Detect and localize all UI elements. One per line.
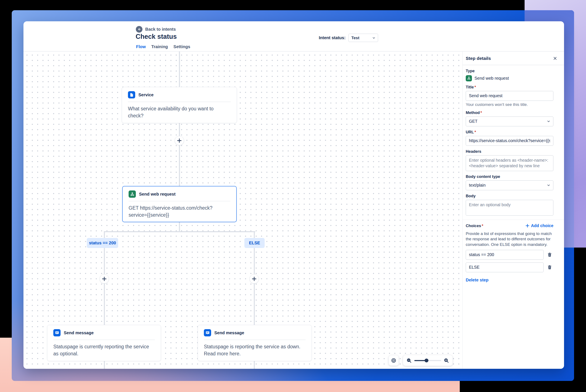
delete-choice-button[interactable] (547, 265, 552, 270)
method-field-label: Method* (466, 110, 553, 115)
zoom-in-button[interactable] (444, 358, 449, 363)
choice-row (466, 262, 553, 272)
tab-flow[interactable]: Flow (136, 44, 146, 52)
zoom-slider[interactable] (414, 360, 441, 361)
node-body-text: GET https://service-status.com/check?ser… (123, 201, 236, 219)
flow-node-send-web-request[interactable]: Send web request GET https://service-sta… (122, 186, 237, 222)
flow-node-send-message-left[interactable]: Send message Statuspage is currently rep… (47, 325, 161, 361)
add-step-button[interactable] (100, 274, 109, 284)
delete-choice-button[interactable] (547, 252, 552, 257)
method-value: GET (469, 119, 477, 124)
close-icon (553, 56, 557, 60)
flow-node-send-message-right[interactable]: Send message Statuspage is reporting the… (198, 325, 312, 361)
page-title: Check status (136, 33, 177, 40)
node-body-text: Statuspage is currently reporting the se… (47, 340, 161, 358)
panel-divider (463, 65, 564, 65)
zoom-toolbar (403, 355, 452, 366)
connector-line (254, 361, 255, 369)
zoom-slider-thumb[interactable] (425, 358, 428, 362)
intent-status-row: Intent status: Test (319, 34, 378, 42)
trash-icon (547, 265, 552, 270)
plus-icon (526, 224, 529, 228)
url-input[interactable] (466, 136, 553, 146)
panel-title: Step details (466, 56, 491, 61)
node-title: Service (138, 92, 154, 97)
node-body-text: What service availability do you want to… (122, 102, 237, 120)
zoom-in-icon (444, 358, 449, 363)
back-label: Back to intents (145, 27, 176, 32)
panel-divider (463, 220, 564, 220)
choice-row (466, 250, 553, 260)
tab-bar: Flow Training Settings (136, 44, 190, 52)
connector-line (104, 361, 105, 369)
choice-input-1[interactable] (466, 250, 543, 260)
close-panel-button[interactable] (553, 56, 557, 60)
add-choice-button[interactable]: Add choice (526, 223, 553, 228)
message-icon (53, 329, 61, 336)
screenshot-stage: Back to intents Check status Flow Traini… (0, 0, 586, 392)
required-asterisk: * (474, 130, 476, 134)
choices-description: Provide a list of expressions that going… (466, 231, 553, 247)
title-field-label: Title* (466, 85, 553, 90)
body-content-type-label: Body content type (466, 174, 553, 179)
plus-icon (102, 276, 107, 281)
plus-icon (252, 276, 256, 281)
required-asterisk: * (482, 224, 483, 228)
plus-icon (177, 138, 182, 143)
body-field-label: Body (466, 194, 553, 198)
intent-status-select[interactable]: Test (349, 34, 378, 42)
tab-training[interactable]: Training (151, 44, 168, 52)
intent-status-label: Intent status: (319, 35, 346, 40)
connector-line (179, 52, 180, 87)
recenter-button[interactable] (389, 355, 399, 366)
choice-input-2[interactable] (466, 262, 543, 272)
title-input[interactable] (466, 91, 553, 101)
connector-line (179, 123, 180, 186)
node-title: Send message (214, 330, 244, 335)
step-details-panel: Step details Type Send web request Title… (462, 52, 564, 369)
back-to-intents-link[interactable]: Back to intents (136, 26, 176, 32)
message-icon (204, 329, 211, 336)
headers-field-label: Headers (466, 149, 553, 154)
node-body-text: Statuspage is reporting the service as d… (198, 340, 312, 358)
method-select[interactable]: GET (466, 116, 553, 126)
connector-line (179, 222, 180, 232)
type-label: Type (466, 68, 553, 73)
body-content-type-value: text/plain (469, 183, 486, 188)
web-request-icon (129, 190, 136, 198)
chevron-down-icon (546, 183, 551, 187)
intent-status-value: Test (352, 36, 360, 40)
body-content-type-select[interactable]: text/plain (466, 180, 553, 190)
flow-node-service[interactable]: Service What service availability do you… (122, 87, 237, 123)
target-icon (391, 358, 396, 363)
title-helper-text: Your customers won't see this title. (466, 102, 553, 107)
choices-label: Choices* (466, 224, 483, 228)
url-field-label: URL* (466, 130, 553, 134)
node-title: Send message (64, 330, 94, 335)
add-step-button[interactable] (175, 136, 184, 145)
back-arrow-icon (136, 26, 142, 32)
tab-settings[interactable]: Settings (173, 44, 190, 52)
flow-canvas[interactable]: Service What service availability do you… (24, 52, 462, 369)
type-value: Send web request (474, 76, 509, 81)
app-window: Back to intents Check status Flow Traini… (24, 21, 564, 369)
document-icon (128, 91, 135, 98)
zoom-out-button[interactable] (406, 358, 412, 363)
body-textarea[interactable] (466, 200, 553, 216)
chevron-down-icon (546, 119, 551, 123)
web-request-icon (466, 75, 472, 82)
branch-chip-status-200[interactable]: status == 200 (87, 238, 118, 248)
zoom-out-icon (406, 358, 412, 363)
chevron-down-icon (372, 36, 376, 40)
headers-textarea[interactable] (466, 155, 553, 171)
trash-icon (547, 252, 552, 257)
add-step-button[interactable] (249, 274, 259, 284)
required-asterisk: * (474, 85, 476, 89)
node-title: Send web request (139, 192, 175, 197)
branch-chip-else[interactable]: ELSE (244, 238, 265, 248)
required-asterisk: * (480, 110, 482, 115)
connector-branch-line (104, 231, 255, 232)
delete-step-button[interactable]: Delete step (466, 278, 553, 282)
